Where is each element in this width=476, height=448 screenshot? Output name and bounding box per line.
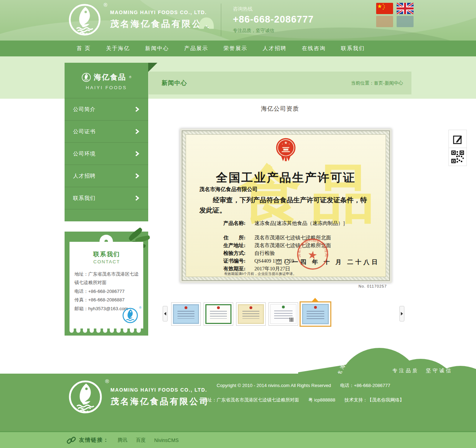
certificate-border: 食品	[182, 130, 390, 281]
footer-company-name: MAOMING HAIYI FOODS CO., LTD. 茂名海亿食品有限公司	[110, 387, 209, 407]
qr-code-icon	[451, 151, 464, 163]
selected-thumbnail-pointer	[312, 298, 318, 301]
carousel-prev-button[interactable]	[163, 306, 168, 321]
mini-qr-icon	[290, 318, 294, 322]
thumbnail-text-lines	[307, 311, 324, 319]
contact-card: 联系我们 CONTACT 地址：广东省茂名市茂港区七迳镇七迳粮所对面 电话：+8…	[65, 232, 148, 336]
sidebar-item-contact[interactable]: 联系我们	[65, 187, 148, 209]
svg-text:茂名市食品药品监督管理局: 茂名市食品药品监督管理局	[296, 236, 331, 262]
chevron-right-icon	[135, 151, 140, 156]
breadcrumb[interactable]: 当前位置：首页-新闻中心	[351, 80, 403, 86]
hotline-slogan: 专注品质，坚守诚信	[233, 27, 314, 34]
copyright-line: Copyright © 2010 - 2014 nivins.com All R…	[198, 382, 409, 389]
contact-card-body: 联系我们 CONTACT 地址：广东省茂名市茂港区七迳镇七迳粮所对面 电话：+8…	[70, 242, 143, 329]
nav-item-news[interactable]: 新闻中心	[145, 45, 169, 52]
nav-item-jobs[interactable]: 人才招聘	[263, 45, 287, 52]
field-value: 速冻食品[速冻其他食品（速冻肉制品）]	[254, 219, 345, 227]
nav-item-consult[interactable]: 在线咨询	[302, 45, 326, 52]
company-logo[interactable]: ®	[68, 3, 102, 37]
company-name: MAOMING HAIYI FOODS CO., LTD. 茂名海亿食品有限公司	[110, 10, 212, 30]
certificate-thumbnail-2[interactable]	[204, 302, 233, 326]
registered-mark: ®	[139, 306, 141, 309]
certificate-thumbnail-4[interactable]	[269, 302, 298, 326]
chevron-right-icon	[135, 196, 140, 201]
nav-item-products[interactable]: 产品展示	[184, 45, 208, 52]
contact-title-en: CONTACT	[74, 259, 139, 264]
chevron-right-icon	[135, 173, 140, 178]
certificate-image: 食品	[180, 129, 392, 283]
sidebar-item-label: 人才招聘	[73, 173, 96, 179]
right-arrow-icon	[401, 312, 403, 315]
field-label: 住 所:	[223, 234, 254, 241]
thumbnail-text-lines	[242, 311, 260, 319]
footer-company-cn: 茂名海亿食品有限公司	[110, 396, 209, 407]
friend-links-bar: 友情链接： 腾讯 百度 NivinsCMS	[0, 431, 476, 448]
friend-link-baidu[interactable]: 百度	[136, 437, 146, 443]
sidebar-item-label: 联系我们	[73, 195, 96, 202]
national-emblem-icon	[275, 137, 297, 166]
official-seal-icon: 茂名市食品药品监督管理局	[294, 235, 331, 273]
company-name-cn: 茂名海亿食品有限公司	[110, 18, 212, 30]
friend-links-label: 友情链接：	[79, 437, 109, 443]
sidebar-item-label: 公司环境	[73, 151, 96, 157]
certificate-serial-number: No. 01170257	[358, 284, 387, 288]
field-value: 自行检验	[254, 249, 275, 257]
emblem-dot-icon	[282, 306, 285, 308]
sidebar-item-environment[interactable]: 公司环境	[65, 142, 148, 165]
chevron-right-icon	[135, 129, 140, 134]
company-name-en: MAOMING HAIYI FOODS CO., LTD.	[110, 10, 212, 15]
contact-address: 地址：广东省茂名市茂港区七迳镇七迳粮所对面	[74, 270, 139, 287]
qr-code-button[interactable]	[448, 148, 467, 166]
thumbnail-text-lines	[210, 311, 227, 319]
registered-mark: ®	[105, 378, 109, 384]
certificate-thumbnail-3[interactable]	[236, 302, 266, 326]
contact-fax: 传真：+86-668-2086887	[74, 296, 139, 304]
certificate-statement: 经审查，下列产品符合食品生产许可证发证条件，特发此证。	[199, 195, 367, 215]
footer-slogan: 专注品质 坚守诚信	[392, 368, 453, 374]
fish-logo-icon	[82, 73, 91, 82]
sidebar-item-certificates[interactable]: 公司证书	[65, 120, 148, 142]
nav-item-contact[interactable]: 联系我们	[341, 45, 365, 52]
certificate-title: 全国工业产品生产许可证	[186, 170, 386, 186]
left-arrow-icon	[164, 312, 166, 315]
nav-item-honors[interactable]: 荣誉展示	[223, 45, 247, 52]
certificate-thumbnail-5[interactable]	[300, 301, 331, 327]
emblem-dot-icon	[314, 306, 317, 309]
sidebar-brand: 海亿食品 ® HAIYI FOODS	[65, 63, 148, 98]
friend-link-tencent[interactable]: 腾讯	[118, 437, 127, 443]
footer-company-en: MAOMING HAIYI FOODS CO., LTD.	[110, 387, 209, 393]
certificate-company: 茂名市海亿食品有限公司	[199, 186, 258, 193]
carousel-next-button[interactable]	[399, 306, 404, 321]
field-label: 检验方式:	[223, 249, 254, 257]
china-flag-icon[interactable]	[376, 3, 393, 27]
certificate-thumbnail-1[interactable]	[171, 302, 201, 326]
phone-icon	[198, 16, 215, 30]
sidebar-corner-fold	[148, 63, 157, 72]
sidebar-brand-en: HAIYI FOODS	[65, 85, 148, 90]
contact-phone: 电话：+86-668-2086777	[74, 287, 139, 296]
main-nav: 首 页 关于海亿 新闻中心 产品展示 荣誉展示 人才招聘 在线咨询 联系我们	[0, 41, 476, 56]
sidebar: 海亿食品 ® HAIYI FOODS 公司简介 公司证书 公司环境 人才招聘 联…	[65, 63, 148, 221]
emblem-dot-icon	[217, 306, 220, 309]
sidebar-item-jobs[interactable]: 人才招聘	[65, 165, 148, 187]
uk-flag-icon[interactable]	[397, 3, 414, 27]
sidebar-item-company-profile[interactable]: 公司简介	[65, 98, 148, 120]
friend-link-nivinscms[interactable]: NivinsCMS	[154, 437, 179, 443]
sidebar-item-label: 公司证书	[73, 128, 96, 135]
edit-button[interactable]	[448, 130, 467, 148]
edit-icon	[452, 134, 463, 144]
nav-item-home[interactable]: 首 页	[77, 45, 91, 52]
chain-link-icon	[66, 435, 76, 445]
seal-text: 茂名市食品药品监督管理局	[296, 236, 331, 262]
contact-title-cn: 联系我们	[74, 250, 139, 258]
sidebar-footer-block	[65, 209, 148, 221]
fish-logo-icon	[68, 3, 102, 37]
card-scallop-edge	[70, 329, 143, 333]
registered-mark: ®	[104, 2, 107, 8]
fish-logo-icon: ®	[68, 379, 103, 415]
emblem-dot-icon	[185, 306, 187, 309]
sidebar-item-label: 公司简介	[73, 106, 96, 113]
nav-item-about[interactable]: 关于海亿	[106, 45, 130, 52]
floating-tools	[448, 130, 467, 166]
header-divider	[221, 4, 221, 36]
